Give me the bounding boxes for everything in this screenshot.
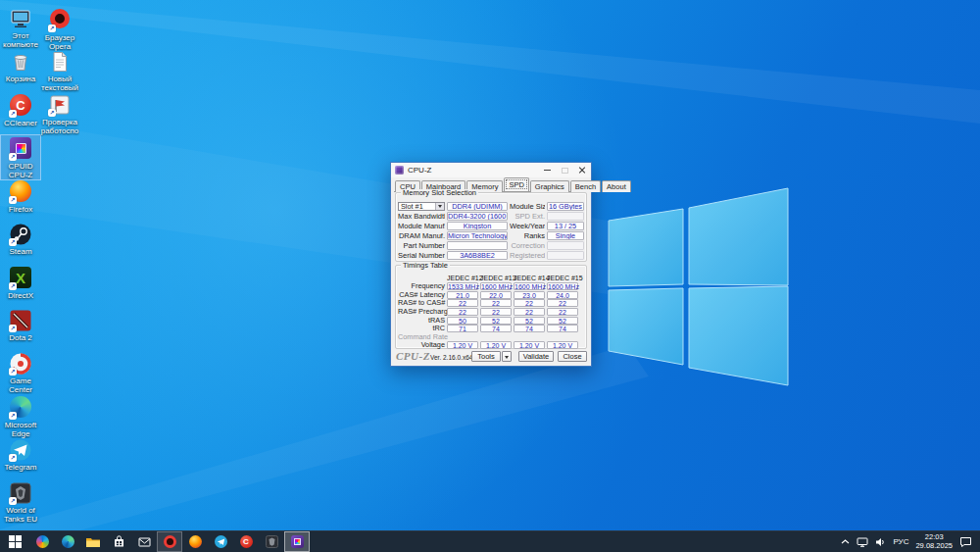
close-button[interactable]: Close [558,351,587,362]
opera-icon [164,535,176,548]
timings-row-trc: tRC 71 74 74 74 [398,325,584,332]
dropdown-arrow-icon[interactable] [435,203,444,210]
part-number-field [447,241,508,250]
directx-icon: X [9,267,32,290]
maximize-button [556,163,573,177]
taskbar-mail-button[interactable] [131,531,157,552]
microsoft-edge-icon [9,396,32,420]
world-of-tanks-icon [266,535,278,548]
version-text: Ver. 2.16.0.x64 [430,354,472,361]
desktop-icon-telegram[interactable]: Telegram [1,437,40,478]
desktop-icon-directx[interactable]: X DirectX [1,265,40,306]
correction-label: Correction [510,241,545,250]
desktop-icon-recycle-bin[interactable]: Корзина [1,49,40,90]
timing-value: 52 [514,317,545,325]
cpuz-footer: CPU-Z Ver. 2.16.0.x64 Tools Validate Clo… [395,350,587,363]
desktop-icon-cpu-z[interactable]: CPUID CPU-Z [1,135,40,179]
slot-selector-dropdown[interactable]: Slot #1 [398,202,445,211]
taskbar-store-button[interactable] [106,531,131,552]
desktop-icon-steam[interactable]: Steam [1,222,40,263]
desktop-icon-ccleaner[interactable]: C CCleaner [1,92,40,133]
firefox-icon [189,535,202,548]
mail-icon [138,536,151,547]
desktop-icon-label: Проверка работоспосо... [40,119,79,136]
taskbar-ccleaner-button[interactable]: C [233,531,259,552]
timing-value: 22 [480,308,512,316]
taskbar-edge-button[interactable] [55,531,80,552]
clock[interactable]: 22:03 29.08.2025 [915,533,953,550]
tools-button[interactable]: Tools [471,351,501,362]
taskbar-world-of-tanks-button[interactable] [259,531,284,552]
timing-value: 1.20 V [447,341,478,349]
taskbar-firefox-button[interactable] [182,531,208,552]
action-center-icon[interactable] [959,536,972,547]
timing-value: 1.20 V [480,341,512,349]
timing-value: 22 [447,299,478,307]
desktop-icon-new-text-document[interactable]: Новый текстовый... [40,49,79,93]
language-indicator[interactable]: РУС [893,537,908,546]
desktop-icon-label: Firefox [1,206,40,215]
timings-table-group: Timings Table JEDEC #12 JEDEC #13 JEDEC … [395,265,587,349]
timing-value: 21.0 [447,291,478,299]
validate-button[interactable]: Validate [518,351,554,362]
desktop-icon-health-check[interactable]: Проверка работоспосо... [40,92,79,136]
network-icon[interactable] [857,537,868,547]
desktop-icon-label: Telegram [1,464,40,473]
search-icon [36,535,49,548]
desktop-icon-label: Microsoft Edge [1,422,40,438]
desktop-icon-label: Корзина [1,75,40,84]
desktop-icon-this-pc[interactable]: Этот компьютер [1,6,40,50]
desktop-icon-dota-2[interactable]: Dota 2 [1,308,40,349]
registered-field [547,251,584,260]
desktop-icon-world-of-tanks[interactable]: World of Tanks EU [1,480,40,524]
show-hidden-icons-chevron[interactable] [841,539,850,544]
start-button[interactable] [0,531,29,552]
close-window-button[interactable] [573,163,591,177]
timings-row-ras-precharge: RAS# Precharge 22 22 22 22 [398,308,584,316]
microsoft-store-icon [113,535,125,548]
ranks-field: Single [547,231,584,240]
taskbar-file-explorer-button[interactable] [80,531,106,552]
dram-manuf-field: Micron Technology [447,231,508,240]
tab-graphics[interactable]: Graphics [530,180,569,192]
desktop-icon-opera[interactable]: Браузер Opera [40,6,79,51]
desktop-icon-label: Новый текстовый... [40,75,79,93]
timings-column-header: JEDEC #12 [447,274,478,282]
module-size-label: Module Size [510,202,545,211]
slot-selector-value: Slot #1 [399,203,435,211]
clock-date: 29.08.2025 [915,542,953,551]
taskbar-opera-button[interactable] [157,531,182,552]
desktop-icon-game-center[interactable]: Game Center [1,351,40,394]
memory-slot-selection-group: Memory Slot Selection Slot #1 DDR4 (UDIM… [395,192,587,262]
taskbar-telegram-button[interactable] [208,531,233,552]
timings-row-tras: tRAS 50 52 52 52 [398,317,584,325]
minimize-button[interactable] [538,163,556,177]
timing-value: 22 [514,308,545,316]
tab-spd[interactable]: SPD [504,177,528,191]
timing-value: 24.0 [547,291,578,299]
timing-value: 22 [480,299,512,307]
spd-ext-field [547,212,584,221]
cpuz-titlebar[interactable]: CPU-Z [391,163,591,177]
timing-value: 22.0 [480,291,512,299]
desktop-icon-label: Этот компьютер [1,32,40,50]
group-title: Memory Slot Selection [401,189,478,197]
serial-number-label: Serial Number [398,251,445,260]
tab-about[interactable]: About [602,180,631,192]
desktop-icon-microsoft-edge[interactable]: Microsoft Edge [1,394,40,438]
world-of-tanks-icon [9,481,32,505]
tab-bench[interactable]: Bench [570,180,601,192]
timing-value: 1600 MHz [480,282,512,290]
taskbar-cpu-z-button[interactable] [284,531,310,552]
timing-value: 74 [480,325,512,332]
timings-column-header: JEDEC #14 [514,274,545,282]
taskbar-search-button[interactable] [29,531,55,552]
desktop-icon-firefox[interactable]: Firefox [1,178,40,220]
timing-value: 22 [547,299,578,307]
correction-field [547,241,584,250]
timing-value: 52 [547,317,578,325]
game-center-icon [9,352,32,376]
tools-dropdown-button[interactable] [502,351,512,362]
timing-value: 22 [547,308,578,316]
volume-icon[interactable] [875,537,886,547]
